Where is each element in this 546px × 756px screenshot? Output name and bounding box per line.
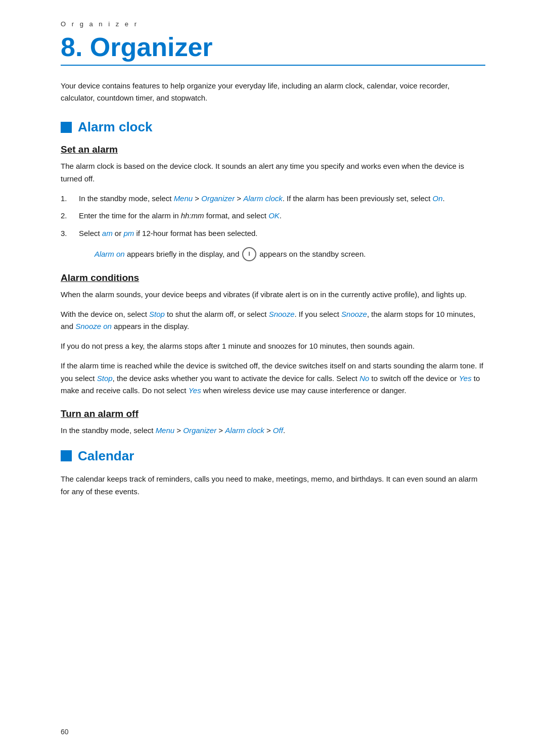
step-1-num: 1.	[61, 193, 67, 205]
alarm-conditions-p3: If you do not press a key, the alarms st…	[61, 340, 485, 353]
menu-link-2: Menu	[156, 426, 175, 435]
page: O r g a n i z e r 8. Organizer Your devi…	[0, 0, 546, 756]
page-number: 60	[61, 728, 69, 736]
step-3-num: 3.	[61, 227, 67, 240]
am-link: am	[102, 229, 113, 238]
snooze-on-link: Snooze on	[75, 322, 112, 330]
chapter-title: 8. Organizer	[61, 33, 485, 62]
chapter-divider	[61, 65, 485, 66]
snooze-link-1: Snooze	[269, 310, 295, 318]
calendar-title: Calendar	[78, 448, 134, 464]
off-link: Off	[273, 426, 283, 435]
intro-text: Your device contains features to help or…	[61, 80, 485, 104]
pm-link: pm	[123, 229, 134, 238]
set-an-alarm-block: Set an alarm The alarm clock is based on…	[61, 144, 485, 261]
yes-link-2: Yes	[189, 386, 201, 395]
stop-link-1: Stop	[149, 310, 165, 318]
turn-alarm-off-block: Turn an alarm off In the standby mode, s…	[61, 408, 485, 437]
alarm-clock-link-2: Alarm clock	[225, 426, 264, 435]
alarm-conditions-p2: With the device on, select Stop to shut …	[61, 308, 485, 334]
step-1: 1. In the standby mode, select Menu > Or…	[61, 193, 485, 205]
calendar-section-heading: Calendar	[61, 448, 485, 464]
calendar-intro: The calendar keeps track of reminders, c…	[61, 473, 485, 498]
alarm-conditions-p4: If the alarm time is reached while the d…	[61, 360, 485, 397]
appears-on-standby: appears on the standby screen.	[259, 248, 366, 261]
turn-alarm-off-text: In the standby mode, select Menu > Organ…	[61, 424, 485, 437]
alarm-on-line: Alarm on appears briefly in the display,…	[61, 247, 485, 261]
set-an-alarm-heading: Set an alarm	[61, 144, 485, 155]
ok-link: OK	[268, 211, 280, 220]
alarm-clock-square-icon	[61, 122, 72, 133]
yes-link-1: Yes	[459, 374, 472, 383]
turn-alarm-off-heading: Turn an alarm off	[61, 408, 485, 419]
alarm-conditions-heading: Alarm conditions	[61, 272, 485, 284]
set-an-alarm-intro: The alarm clock is based on the device c…	[61, 160, 485, 185]
alarm-clock-link-1: Alarm clock	[243, 194, 283, 203]
set-an-alarm-steps: 1. In the standby mode, select Menu > Or…	[61, 193, 485, 240]
header-label: O r g a n i z e r	[61, 20, 485, 28]
alarm-on-link: Alarm on	[95, 250, 125, 258]
menu-link-1: Menu	[174, 194, 193, 203]
calendar-square-icon	[61, 450, 72, 461]
on-link: On	[433, 194, 443, 203]
step-2-num: 2.	[61, 210, 67, 222]
organizer-link-1: Organizer	[201, 194, 235, 203]
snooze-link-2: Snooze	[341, 310, 367, 318]
step-2: 2. Enter the time for the alarm in hh:mm…	[61, 210, 485, 222]
hhmm-format: hh:mm	[181, 211, 204, 220]
alarm-conditions-p1: When the alarm sounds, your device beeps…	[61, 289, 485, 301]
alarm-clock-section-heading: Alarm clock	[61, 119, 485, 135]
alarm-clock-title: Alarm clock	[78, 119, 152, 135]
stop-link-2: Stop	[97, 374, 113, 383]
alarm-icon	[242, 247, 256, 261]
no-link: No	[359, 374, 369, 383]
alarm-conditions-block: Alarm conditions When the alarm sounds, …	[61, 272, 485, 397]
organizer-link-2: Organizer	[183, 426, 216, 435]
step-3: 3. Select am or pm if 12-hour format has…	[61, 227, 485, 240]
